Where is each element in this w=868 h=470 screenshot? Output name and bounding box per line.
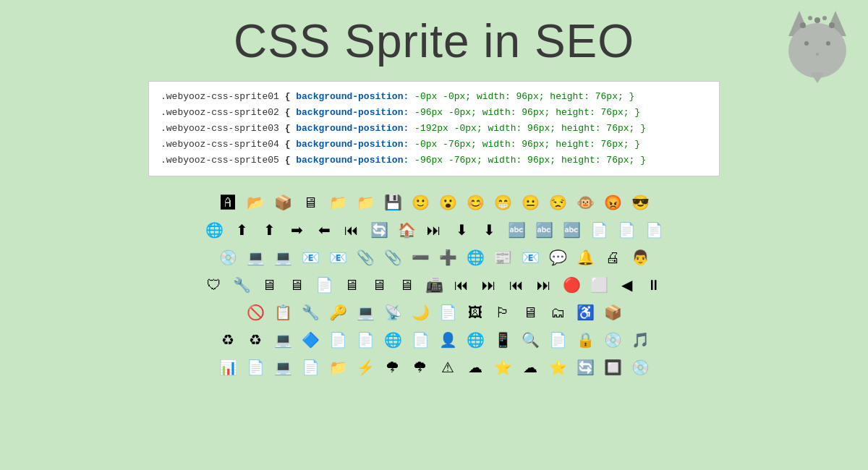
icon-mail2: 📧 [517,244,543,270]
css-property-4: background-position: [296,139,409,150]
icon-screen: 🖥 [517,299,543,325]
icon-page4: 📄 [297,354,323,380]
icon-row-3: 💿 💻 💻 📧 📧 📎 📎 ➖ ➕ 🌐 📰 📧 💬 🔔 🖨 👨 [215,244,653,270]
css-selector-5: .webyooz-css-sprite05 [161,155,279,166]
icon-email-x: 📧 [325,244,351,270]
icon-font-a: 🔤 [503,217,529,243]
css-selector-4: .webyooz-css-sprite04 [161,139,279,150]
icon-disc: 💿 [215,244,241,270]
icon-box: 📦 [600,299,626,325]
icon-media-end: ⏭ [476,272,502,298]
svg-point-7 [814,17,820,23]
icon-desktop3: 🖥 [339,272,365,298]
icon-star: ⭐ [490,354,516,380]
icon-comp: 💻 [270,354,296,380]
icon-file: 📄 [311,272,337,298]
icon-surprised: 😮 [435,189,461,215]
icon-diamond: 🔷 [297,327,323,353]
icon-shield: 🛡 [201,272,227,298]
icon-chart: 📊 [215,354,241,380]
icon-angry: 😡 [600,189,626,215]
icon-globe3: 🌐 [462,327,488,353]
icon-print: 🖨 [600,244,626,270]
icon-save: 💾 [380,189,406,215]
icon-upload: ⬆ [256,217,282,243]
page-title: CSS Sprite in SEO [0,0,868,68]
code-line-2: .webyooz-css-sprite02 { background-posit… [161,105,707,121]
svg-point-2 [788,23,846,78]
icon-key: 🔑 [325,299,351,325]
icon-neutral: 😐 [517,189,543,215]
icon-star2: ⭐ [545,354,571,380]
icon-tools: 🔧 [297,299,323,325]
icon-refresh: 🔄 [366,217,392,243]
icon-disc2: 💿 [627,354,653,380]
icon-pc: 💻 [270,327,296,353]
icon-no-entry: 🚫 [242,299,268,325]
icon-wrench: 🔧 [229,272,255,298]
css-selector-3: .webyooz-css-sprite03 [161,123,279,134]
icon-font-b: 🔤 [531,217,557,243]
css-value-5: -96px -76px; width: 96px; height: 76px; … [414,155,646,166]
icon-sync: 🔄 [572,354,598,380]
icon-warning: ⚠ [435,354,461,380]
icons-grid: 🅰 📂 📦 🖥 📁 📁 💾 🙂 😮 😊 😁 😐 😒 🐵 😡 😎 🌐 ⬆ ⬆ ➡ … [181,189,687,380]
icon-laptop: 💻 [352,299,378,325]
icon-lock: 🔒 [572,327,598,353]
code-line-5: .webyooz-css-sprite05 { background-posit… [161,153,707,168]
icon-media-prev: ⏮ [503,272,529,298]
css-property-3: background-position: [296,123,409,134]
icon-grin: 😁 [490,189,516,215]
icon-computer2: 💻 [270,244,296,270]
css-value-2: -96px -0px; width: 96px; height: 76px; } [414,107,640,118]
icon-monitor: 🖥 [297,189,323,215]
icon-row-6: ♻ ♻ 💻 🔷 📄 📄 🌐 📄 👤 🌐 📱 🔍 📄 🔒 💿 🎵 [215,327,653,353]
icon-plus: ➕ [435,244,461,270]
icon-arrow-left: ⬅ [311,217,337,243]
icon-desktop2: 🖥 [284,272,310,298]
icon-clipboard: 📋 [270,299,296,325]
icon-computer: 💻 [242,244,268,270]
icon-fax: 📠 [421,272,447,298]
icon-pause: ⏸ [641,272,667,298]
icon-row-5: 🚫 📋 🔧 🔑 💻 📡 🌙 📄 🖼 🏳 🖥 🗂 ♿ 📦 [242,299,626,325]
icon-row-2: 🌐 ⬆ ⬆ ➡ ⬅ ⏮ 🔄 🏠 ⏭ ⬇ ⬇ 🔤 🔤 🔤 📄 📄 📄 [201,217,667,243]
icon-clip: 📎 [352,244,378,270]
css-value-1: -0px -0px; width: 96px; height: 76px; } [414,91,634,102]
icon-doc2: 📄 [613,217,639,243]
icon-chat: 💬 [545,244,571,270]
icons-section: 🅰 📂 📦 🖥 📁 📁 💾 🙂 😮 😊 😁 😐 😒 🐵 😡 😎 🌐 ⬆ ⬆ ➡ … [181,189,687,380]
icon-news: 📰 [490,244,516,270]
icon-files: 🗂 [545,299,571,325]
icon-cloud: ☁ [462,354,488,380]
icon-page3: 📄 [407,327,433,353]
icon-font-c: 🔤 [558,217,584,243]
icon-sheet: 📄 [242,354,268,380]
svg-point-10 [822,16,827,20]
site-logo [781,7,854,87]
icon-monkey: 🐵 [572,189,598,215]
icon-moon: 🌙 [407,299,433,325]
icon-row-4: 🛡 🔧 🖥 🖥 📄 🖥 🖥 🖥 📠 ⏮ ⏭ ⏮ ⏭ 🔴 ⬜ ◀ ⏸ [201,272,667,298]
icon-globe: 🌐 [201,217,227,243]
icon-recycle2: ♻ [242,327,268,353]
icon-search: 🔍 [517,327,543,353]
icon-row-7: 📊 📄 💻 📄 📁 ⚡ 🌩 🌩 ⚠ ☁ ⭐ ☁ ⭐ 🔄 🔲 💿 [215,354,653,380]
css-selector-1: .webyooz-css-sprite01 [161,91,279,102]
icon-folder: 📁 [325,189,351,215]
icon-cool: 😎 [627,189,653,215]
icon-media-next: ⏭ [531,272,557,298]
icon-web: 🌐 [380,327,406,353]
svg-point-6 [800,22,806,28]
icon-mobile: 📱 [490,327,516,353]
icon-doc1: 📄 [586,217,612,243]
icon-arrow-up: ⬆ [229,217,255,243]
css-value-4: -0px -76px; width: 96px; height: 76px; } [414,139,640,150]
svg-point-9 [808,16,812,20]
icon-record: 🔴 [558,272,584,298]
icon-skip-back: ⏮ [339,217,365,243]
svg-point-5 [816,53,819,56]
css-property-1: background-position: [296,91,409,102]
code-line-4: .webyooz-css-sprite04 { background-posit… [161,137,707,153]
icon-desktop: 🖥 [256,272,282,298]
